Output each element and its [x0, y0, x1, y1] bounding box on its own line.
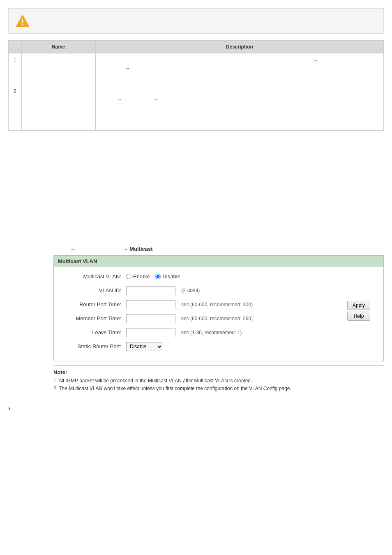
table-row: 1 → → — [9, 53, 384, 84]
member-port-time-row: Member Port Time: sec (60-600, recommeme… — [60, 313, 344, 324]
member-port-time-hint: sec (60-600, recommemed: 260) — [181, 316, 253, 321]
multicast-vlan-row: Multicast VLAN: Enable Disable — [60, 271, 377, 282]
note-section: Note: 1. All IGMP packet will be process… — [53, 365, 384, 393]
multicast-vlan-radio-group: Enable Disable — [126, 273, 180, 280]
leave-time-row: Leave Time: sec (1-30, recommemed: 1) — [60, 327, 377, 338]
nav-current: Multicast — [129, 246, 152, 252]
static-router-port-control: Disable — [126, 342, 377, 351]
disable-radio-label[interactable]: Disable — [155, 273, 180, 280]
member-port-time-control: sec (60-600, recommemed: 260) — [126, 314, 344, 323]
col-header-num — [9, 41, 22, 53]
nav-path: → → Multicast — [70, 246, 384, 252]
leave-time-control: sec (1-30, recommemed: 1) — [126, 328, 377, 337]
note-item-2: 2. The Multicast VLAN won't take effect … — [53, 385, 384, 393]
multicast-vlan-section: Multicast VLAN Multicast VLAN: Enable Di… — [53, 255, 384, 361]
config-body: Multicast VLAN: Enable Disable VLAN ID: — [54, 267, 383, 361]
row1-num: 1 — [9, 53, 22, 84]
col-header-name: Name — [21, 41, 95, 53]
leave-time-label: Leave Time: — [60, 329, 126, 335]
vlan-id-hint: (2-4094) — [181, 288, 200, 294]
static-router-port-label: Static Router Port: — [60, 343, 126, 349]
router-port-time-label: Router Port Time: — [60, 301, 126, 308]
vlan-id-label: VLAN ID: — [60, 287, 126, 294]
help-button[interactable]: Help — [347, 312, 370, 321]
vlan-id-input[interactable] — [126, 286, 175, 295]
router-port-time-hint: sec (60-600, recommemed: 300) — [181, 302, 253, 308]
member-port-time-label: Member Port Time: — [60, 315, 126, 321]
row2-name — [21, 84, 95, 130]
table-row: 2 → → — [9, 84, 384, 130]
nav-spacer — [77, 246, 121, 252]
footer-chevron: › — [8, 405, 384, 412]
leave-time-hint: sec (1-30, recommemed: 1) — [181, 330, 242, 335]
enable-radio-label[interactable]: Enable — [126, 273, 150, 280]
note-title: Note: — [53, 369, 384, 375]
warning-icon: ! — [15, 14, 30, 28]
row2-num: 2 — [9, 84, 22, 130]
action-buttons: Apply Help — [347, 301, 370, 321]
enable-label: Enable — [133, 273, 150, 280]
member-port-time-input[interactable] — [126, 314, 175, 323]
vlan-id-row: VLAN ID: (2-4094) — [60, 285, 377, 296]
apply-button[interactable]: Apply — [347, 301, 370, 310]
row2-desc: → → — [95, 84, 383, 130]
leave-time-input[interactable] — [126, 328, 175, 337]
info-table: Name Description 1 — [8, 40, 384, 131]
static-router-port-select[interactable]: Disable — [126, 342, 163, 351]
warning-banner: ! — [8, 8, 384, 34]
col-header-desc: Description — [95, 41, 383, 53]
multicast-vlan-control: Enable Disable — [126, 273, 377, 280]
nav-prefix-arrow: → — [70, 246, 75, 252]
router-port-time-control: sec (60-600, recommemed: 300) — [126, 300, 344, 309]
note-item-1: 1. All IGMP packet will be processed in … — [53, 377, 384, 385]
multicast-vlan-label: Multicast VLAN: — [60, 273, 126, 280]
section-header: Multicast VLAN — [54, 256, 383, 267]
static-router-port-row: Static Router Port: Disable — [60, 341, 377, 352]
nav-suffix-arrow: → — [123, 246, 128, 252]
router-port-time-input[interactable] — [126, 300, 175, 309]
disable-radio[interactable] — [155, 274, 161, 279]
vlan-id-control: (2-4094) — [126, 286, 377, 295]
row1-name — [21, 53, 95, 84]
enable-radio[interactable] — [126, 274, 131, 279]
router-port-time-row: Router Port Time: sec (60-600, recommeme… — [60, 299, 344, 310]
row1-desc: → → — [95, 53, 383, 84]
disable-label: Disable — [162, 273, 180, 280]
svg-text:!: ! — [21, 18, 24, 26]
